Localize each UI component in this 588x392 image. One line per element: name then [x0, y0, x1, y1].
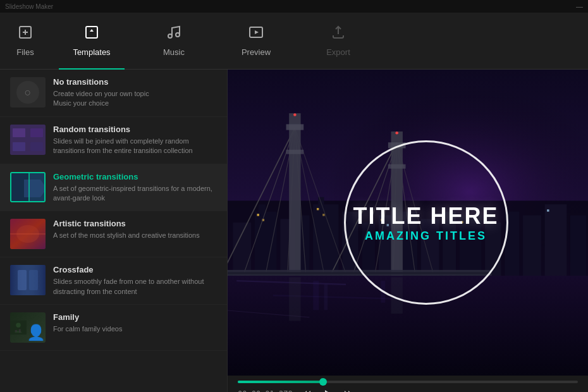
svg-point-27	[15, 330, 17, 333]
svg-point-6	[176, 33, 180, 37]
template-info-artistic: Artistic transitions A set of the most s…	[53, 219, 217, 240]
template-desc-crossfade: Slides smoothly fade from one to another…	[53, 277, 217, 297]
nav-export-label: Export	[326, 47, 350, 57]
window-minimize[interactable]: —	[576, 3, 583, 10]
video-preview: TITLE HERE AMAZING TITLES	[228, 70, 588, 376]
svg-rect-51	[545, 204, 567, 288]
template-item-family[interactable]: 👤 Family For calm family videos	[0, 305, 227, 351]
preview-title-sub: AMAZING TITLES	[353, 230, 498, 243]
template-thumb-geometric	[10, 172, 46, 202]
svg-marker-16	[24, 180, 46, 197]
template-title-random: Random transitions	[53, 125, 217, 134]
svg-point-26	[16, 323, 20, 328]
template-desc-geometric: A set of geometric-inspired transitions …	[53, 184, 217, 204]
svg-rect-3	[86, 27, 97, 38]
template-desc-artistic: A set of the most stylish and creative t…	[53, 231, 217, 240]
family-person-icon: 👤	[27, 324, 46, 343]
template-item-crossfade[interactable]: Crossfade Slides smoothly fade from one …	[0, 257, 227, 305]
playback-area: 00:00:01.278	[228, 376, 588, 392]
template-title-geometric: Geometric transitions	[53, 172, 217, 181]
nav-files[interactable]: Files	[0, 13, 51, 70]
nav-export[interactable]: Export	[297, 13, 379, 70]
svg-rect-54	[257, 214, 259, 216]
template-info-crossfade: Crossfade Slides smoothly fade from one …	[53, 265, 217, 297]
nav-templates-label: Templates	[73, 47, 110, 57]
forward-button[interactable]	[342, 388, 355, 392]
progress-track[interactable]	[238, 381, 578, 383]
svg-rect-11	[30, 128, 43, 137]
svg-point-84	[395, 132, 398, 135]
main-layout: ○ No transitions Create video on your ow…	[0, 70, 588, 392]
svg-rect-90	[324, 285, 328, 310]
nav-music[interactable]: Music	[133, 13, 215, 70]
template-desc-family: For calm family videos	[53, 324, 217, 334]
nav-preview-label: Preview	[242, 47, 271, 57]
nav-templates[interactable]: Templates	[51, 13, 133, 70]
export-icon	[331, 25, 346, 44]
template-title-artistic: Artistic transitions	[53, 219, 217, 228]
svg-marker-4	[90, 29, 94, 32]
svg-rect-57	[322, 214, 324, 216]
svg-rect-10	[13, 128, 25, 137]
template-thumb-random	[10, 125, 46, 155]
preview-title-block: TITLE HERE AMAZING TITLES	[353, 203, 498, 243]
preview-icon	[248, 25, 264, 44]
svg-point-83	[293, 113, 297, 116]
template-info-geometric: Geometric transitions A set of geometric…	[53, 172, 217, 204]
playback-controls: 00:00:01.278	[238, 387, 578, 392]
svg-point-5	[168, 34, 172, 38]
nav-preview[interactable]: Preview	[215, 13, 297, 70]
template-item-random[interactable]: Random transitions Slides will be joined…	[0, 117, 227, 164]
video-background: TITLE HERE AMAZING TITLES	[228, 70, 588, 376]
svg-rect-12	[13, 142, 25, 151]
template-item-artistic[interactable]: Artistic transitions A set of the most s…	[0, 211, 227, 257]
template-thumb-family: 👤	[10, 312, 46, 343]
template-title-family: Family	[53, 312, 217, 322]
app-title: Slideshow Maker	[5, 3, 53, 10]
template-info-no-transitions: No transitions Create video on your own …	[53, 77, 217, 109]
files-icon	[18, 25, 33, 44]
svg-rect-13	[30, 142, 43, 151]
preview-title-main: TITLE HERE	[353, 203, 498, 230]
svg-rect-61	[547, 209, 549, 211]
title-bar: Slideshow Maker —	[0, 0, 588, 13]
nav-music-label: Music	[163, 47, 185, 57]
svg-rect-22	[10, 265, 46, 295]
template-thumb-artistic	[10, 219, 46, 249]
template-desc-random: Slides will be joined with completely ra…	[53, 137, 217, 156]
progress-thumb[interactable]	[319, 378, 327, 386]
svg-rect-28	[19, 329, 21, 333]
templates-panel: ○ No transitions Create video on your ow…	[0, 70, 228, 392]
svg-rect-69	[289, 113, 300, 274]
template-item-geometric[interactable]: Geometric transitions A set of geometric…	[0, 164, 227, 212]
music-icon	[166, 25, 181, 44]
template-thumb-no-transitions: ○	[10, 77, 46, 107]
templates-icon	[84, 25, 99, 44]
svg-rect-89	[313, 281, 319, 310]
template-info-random: Random transitions Slides will be joined…	[53, 125, 217, 156]
svg-marker-8	[255, 30, 259, 34]
template-title-no-transitions: No transitions	[53, 77, 217, 87]
top-nav: Files Templates Music Preview	[0, 13, 588, 70]
template-desc-no-transitions: Create video on your own topic Music you…	[53, 89, 217, 109]
svg-rect-70	[286, 124, 304, 130]
template-thumb-crossfade	[10, 265, 46, 295]
preview-panel: TITLE HERE AMAZING TITLES 00:00:01.278	[228, 70, 588, 392]
play-button[interactable]	[321, 387, 334, 392]
no-trans-icon: ○	[16, 81, 39, 104]
nav-files-label: Files	[16, 47, 34, 57]
svg-rect-24	[29, 270, 38, 290]
svg-rect-23	[18, 270, 27, 290]
svg-rect-56	[317, 208, 319, 210]
template-title-crossfade: Crossfade	[53, 265, 217, 274]
svg-rect-71	[286, 150, 304, 154]
template-info-family: Family For calm family videos	[53, 312, 217, 334]
time-display: 00:00:01.278	[238, 389, 293, 392]
svg-rect-92	[289, 277, 300, 321]
progress-fill	[238, 381, 323, 383]
rewind-button[interactable]	[300, 388, 313, 392]
template-item-no-transitions[interactable]: ○ No transitions Create video on your ow…	[0, 70, 227, 117]
